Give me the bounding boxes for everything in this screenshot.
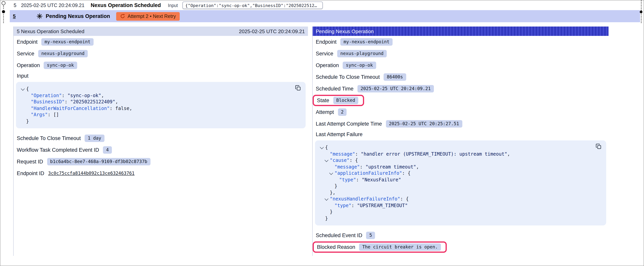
pending-event-title: Pending Nexus Operation: [46, 13, 110, 19]
panel-header-title: 5 Nexus Operation Scheduled: [17, 28, 84, 34]
code-line-text: {: [325, 145, 328, 150]
timeline-connector: [3, 15, 4, 23]
code-line: "type": "NexusFailure": [320, 176, 602, 183]
code-line-text: "message": "handler error (UPSTREAM_TIME…: [330, 151, 510, 157]
field-row-inner: Endpointmy-nexus-endpoint: [17, 38, 94, 46]
field-rows-bottom: Scheduled Event ID5Blocked ReasonThe cir…: [313, 229, 608, 253]
field-value-badge: 86400s: [384, 73, 406, 81]
code-line: "HandlerWaitForCancellation": false,: [21, 105, 301, 112]
field-rows-top: Endpointmy-nexus-endpointServicenexus-pl…: [313, 36, 608, 129]
field-value-badge: sync-op-ok: [44, 61, 77, 69]
event-row-nexus-operation-scheduled[interactable]: 5 2025-02-25 UTC 20:24:09.21 Nexus Opera…: [0, 1, 644, 10]
collapse-chevron-icon[interactable]: [324, 197, 328, 201]
timeline-node-right-icon: [640, 11, 642, 13]
field-row-inner: Operationsync-op-ok: [17, 61, 77, 69]
event-row-pending-nexus-operation[interactable]: 5 Pending Nexus Operation Attempt 2 • Ne…: [10, 10, 640, 22]
panel-pending-nexus-operation: Pending Nexus Operation Endpointmy-nexus…: [312, 27, 608, 256]
field-row: Servicenexus-playground: [14, 48, 308, 59]
code-line: "applicationFailureInfo": {: [320, 170, 602, 176]
code-line: "Operation": "sync-op-ok",: [21, 92, 301, 99]
pending-event-id-link[interactable]: 5: [13, 13, 16, 19]
collapse-chevron-icon[interactable]: [320, 145, 324, 149]
json-code: {"message": "handler error (UPSTREAM_TIM…: [320, 144, 602, 221]
copy-icon[interactable]: [596, 144, 602, 149]
field-label: Scheduled Event ID: [316, 232, 362, 238]
field-row-inner: Endpoint ID3c0c75ccfa8144b092c13ce632463…: [17, 170, 134, 176]
field-row: Schedule To Close Timeout1 day: [14, 132, 308, 144]
field-row: Operationsync-op-ok: [313, 59, 608, 71]
field-value-badge: 1 day: [84, 134, 104, 142]
field-row-inner: Servicenexus-playground: [17, 50, 88, 57]
code-line: }: [320, 209, 602, 215]
field-value-badge: 2025-02-25 UTC 20:25:27.51: [386, 120, 462, 127]
retry-badge-label: Attempt 2 • Next Retry: [128, 14, 176, 19]
field-row: Blocked ReasonThe circuit breaker is ope…: [313, 241, 608, 253]
code-line-text: {: [26, 86, 29, 92]
field-row-inner: Servicenexus-playground: [316, 50, 387, 57]
endpoint-id-link[interactable]: 3c0c75ccfa8144b092c13ce632463761: [48, 170, 134, 176]
event-id[interactable]: 5: [14, 3, 16, 8]
code-line-text: "HandlerWaitForCancellation": false,: [31, 106, 132, 111]
retry-icon: [120, 14, 125, 19]
code-line: "cause": {: [320, 157, 602, 164]
code-line-text: "cause": {: [330, 158, 358, 163]
field-row-inner: Scheduled Event ID5: [316, 231, 375, 239]
field-label: Blocked Reason: [317, 244, 355, 250]
field-row-inner: Endpointmy-nexus-endpoint: [316, 38, 392, 46]
copy-icon[interactable]: [295, 85, 301, 91]
field-label: Scheduled Time: [316, 86, 354, 92]
field-label: Workflow Task Completed Event ID: [17, 147, 99, 153]
timeline-connector: [3, 6, 4, 9]
field-label: Endpoint: [316, 39, 336, 45]
field-label: Endpoint: [17, 39, 38, 45]
collapse-chevron-icon[interactable]: [324, 158, 328, 162]
field-value-badge: 2: [338, 108, 347, 116]
code-line-text: "type": "NexusFailure": [339, 177, 401, 182]
field-value-badge: 5: [366, 231, 375, 239]
code-line-text: }: [26, 119, 29, 124]
field-value-badge: Blocked: [333, 97, 358, 104]
collapse-chevron-icon[interactable]: [329, 171, 333, 175]
field-rows-bottom: Schedule To Close Timeout1 dayWorkflow T…: [14, 132, 308, 179]
field-row-inner: Last Attempt Complete Time2025-02-25 UTC…: [316, 120, 462, 127]
field-value-badge: my-nexus-endpoint: [340, 38, 392, 46]
code-line-text: "message": "upstream timeout",: [334, 164, 419, 170]
field-row-inner: Schedule To Close Timeout86400s: [316, 73, 406, 81]
code-line: "Args": []: [21, 112, 301, 118]
input-codeblock: {"Operation": "sync-op-ok","BusinessID":…: [16, 82, 306, 128]
code-line: "type": "UPSTREAM_TIMEOUT": [320, 202, 602, 209]
field-row-inner: Schedule To Close Timeout1 day: [17, 134, 104, 142]
panel-header-timestamp: 2025-02-25 UTC 20:24:09.21: [239, 28, 305, 34]
field-row-inner: Scheduled Time2025-02-25 UTC 20:24:09.21: [316, 85, 434, 92]
field-row: Operationsync-op-ok: [14, 59, 308, 71]
timeline-node-filled-icon: [2, 10, 5, 13]
field-value-badge: nexus-playground: [337, 50, 387, 57]
workflow-event-history-view: 5 2025-02-25 UTC 20:24:09.21 Nexus Opera…: [0, 0, 644, 266]
panel-header-pending: Pending Nexus Operation: [313, 27, 608, 36]
panel-nexus-operation-scheduled: 5 Nexus Operation Scheduled 2025-02-25 U…: [13, 27, 308, 256]
code-line: "nexusHandlerFailureInfo": {: [320, 196, 602, 202]
field-row-inner: Request IDb1c6a4bc-8ee7-468a-9169-df3b02…: [17, 158, 150, 165]
field-label: Endpoint ID: [17, 170, 44, 176]
field-label: Schedule To Close Timeout: [316, 74, 380, 80]
code-line-text: "Operation": "sync-op-ok",: [31, 93, 104, 98]
input-preview-chip[interactable]: {"Operation":"sync-op-ok","BusinessID":"…: [182, 2, 323, 9]
input-section-label: Input: [14, 71, 308, 80]
json-code: {"Operation": "sync-op-ok","BusinessID":…: [21, 86, 301, 124]
code-line-text: "Args": []: [31, 112, 59, 118]
field-label: Service: [316, 51, 333, 56]
field-value-badge: The circuit breaker is open.: [359, 243, 441, 250]
field-label: Attempt: [316, 109, 334, 115]
input-label: Input: [168, 3, 178, 8]
field-value-badge: 2025-02-25 UTC 20:24:09.21: [358, 85, 434, 92]
code-line: "message": "upstream timeout",: [320, 164, 602, 170]
code-line-text: "applicationFailureInfo": {: [334, 171, 410, 176]
field-value-badge: 4: [103, 146, 112, 153]
field-row: StateBlocked: [313, 94, 608, 106]
code-line: },: [320, 189, 602, 196]
collapse-chevron-icon[interactable]: [21, 87, 25, 91]
timeline-node-hollow-icon: [2, 1, 6, 5]
field-value-badge: my-nexus-endpoint: [42, 38, 94, 46]
code-line-text: },: [330, 190, 336, 195]
event-title: Nexus Operation Scheduled: [91, 2, 161, 8]
